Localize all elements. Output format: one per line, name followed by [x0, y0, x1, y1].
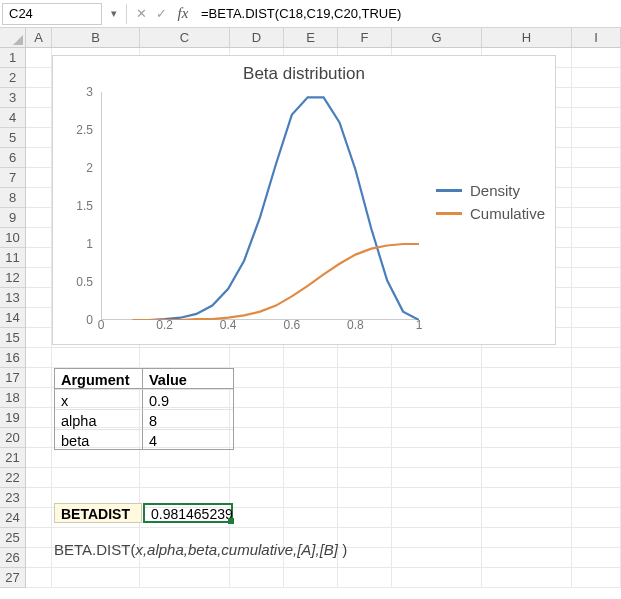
- row-header-12[interactable]: 12: [0, 268, 25, 288]
- row-header-23[interactable]: 23: [0, 488, 25, 508]
- cell-D21[interactable]: [230, 448, 284, 468]
- cell-D17[interactable]: [230, 368, 284, 388]
- cell-I1[interactable]: [572, 48, 621, 68]
- row-header-6[interactable]: 6: [0, 148, 25, 168]
- cell-H21[interactable]: [482, 448, 572, 468]
- cell-H19[interactable]: [482, 408, 572, 428]
- cell-E20[interactable]: [284, 428, 338, 448]
- cell-D22[interactable]: [230, 468, 284, 488]
- cell-E16[interactable]: [284, 348, 338, 368]
- cell-B21[interactable]: [52, 448, 140, 468]
- cell-H17[interactable]: [482, 368, 572, 388]
- cell-G26[interactable]: [392, 548, 482, 568]
- cell-I8[interactable]: [572, 188, 621, 208]
- cell-D27[interactable]: [230, 568, 284, 588]
- cell-I9[interactable]: [572, 208, 621, 228]
- cell-A14[interactable]: [26, 308, 52, 328]
- column-header-D[interactable]: D: [230, 28, 284, 47]
- cell-F22[interactable]: [338, 468, 392, 488]
- result-cell-selected[interactable]: 0.981465239: [143, 503, 233, 523]
- cell-G24[interactable]: [392, 508, 482, 528]
- cell-C27[interactable]: [140, 568, 230, 588]
- column-header-I[interactable]: I: [572, 28, 621, 47]
- cell-I15[interactable]: [572, 328, 621, 348]
- cell-G19[interactable]: [392, 408, 482, 428]
- cell-A24[interactable]: [26, 508, 52, 528]
- cell-E21[interactable]: [284, 448, 338, 468]
- cell-G20[interactable]: [392, 428, 482, 448]
- cell-A7[interactable]: [26, 168, 52, 188]
- cell-E17[interactable]: [284, 368, 338, 388]
- cell-D23[interactable]: [230, 488, 284, 508]
- row-header-19[interactable]: 19: [0, 408, 25, 428]
- cell-C16[interactable]: [140, 348, 230, 368]
- cell-I2[interactable]: [572, 68, 621, 88]
- column-header-B[interactable]: B: [52, 28, 140, 47]
- cell-D19[interactable]: [230, 408, 284, 428]
- cell-G18[interactable]: [392, 388, 482, 408]
- cell-A10[interactable]: [26, 228, 52, 248]
- cell-I13[interactable]: [572, 288, 621, 308]
- cell-F18[interactable]: [338, 388, 392, 408]
- row-header-15[interactable]: 15: [0, 328, 25, 348]
- cell-H27[interactable]: [482, 568, 572, 588]
- cell-I10[interactable]: [572, 228, 621, 248]
- row-header-14[interactable]: 14: [0, 308, 25, 328]
- row-header-2[interactable]: 2: [0, 68, 25, 88]
- cell-E24[interactable]: [284, 508, 338, 528]
- cell-F19[interactable]: [338, 408, 392, 428]
- cell-G27[interactable]: [392, 568, 482, 588]
- name-box-dropdown-icon[interactable]: ▾: [106, 7, 122, 20]
- column-header-A[interactable]: A: [26, 28, 52, 47]
- cell-A1[interactable]: [26, 48, 52, 68]
- row-header-21[interactable]: 21: [0, 448, 25, 468]
- cell-I23[interactable]: [572, 488, 621, 508]
- cell-A20[interactable]: [26, 428, 52, 448]
- row-header-10[interactable]: 10: [0, 228, 25, 248]
- cell-I20[interactable]: [572, 428, 621, 448]
- cell-A8[interactable]: [26, 188, 52, 208]
- row-header-5[interactable]: 5: [0, 128, 25, 148]
- cell-G22[interactable]: [392, 468, 482, 488]
- row-header-22[interactable]: 22: [0, 468, 25, 488]
- cell-C21[interactable]: [140, 448, 230, 468]
- cell-B16[interactable]: [52, 348, 140, 368]
- column-header-F[interactable]: F: [338, 28, 392, 47]
- row-header-20[interactable]: 20: [0, 428, 25, 448]
- cell-I18[interactable]: [572, 388, 621, 408]
- cell-I17[interactable]: [572, 368, 621, 388]
- cell-G21[interactable]: [392, 448, 482, 468]
- cell-A9[interactable]: [26, 208, 52, 228]
- fx-icon[interactable]: fx: [171, 5, 195, 22]
- cell-A27[interactable]: [26, 568, 52, 588]
- cell-E23[interactable]: [284, 488, 338, 508]
- cell-D16[interactable]: [230, 348, 284, 368]
- cell-A16[interactable]: [26, 348, 52, 368]
- row-header-1[interactable]: 1: [0, 48, 25, 68]
- cell-E27[interactable]: [284, 568, 338, 588]
- cell-E18[interactable]: [284, 388, 338, 408]
- column-header-E[interactable]: E: [284, 28, 338, 47]
- cell-H26[interactable]: [482, 548, 572, 568]
- cell-I6[interactable]: [572, 148, 621, 168]
- row-header-7[interactable]: 7: [0, 168, 25, 188]
- cell-A18[interactable]: [26, 388, 52, 408]
- cell-I26[interactable]: [572, 548, 621, 568]
- cell-B27[interactable]: [52, 568, 140, 588]
- cell-A6[interactable]: [26, 148, 52, 168]
- cell-I22[interactable]: [572, 468, 621, 488]
- cell-D20[interactable]: [230, 428, 284, 448]
- column-header-H[interactable]: H: [482, 28, 572, 47]
- cell-I7[interactable]: [572, 168, 621, 188]
- row-header-16[interactable]: 16: [0, 348, 25, 368]
- cell-H18[interactable]: [482, 388, 572, 408]
- cell-G23[interactable]: [392, 488, 482, 508]
- cell-I11[interactable]: [572, 248, 621, 268]
- formula-input[interactable]: =BETA.DIST(C18,C19,C20,TRUE): [195, 6, 621, 21]
- cell-I14[interactable]: [572, 308, 621, 328]
- row-header-11[interactable]: 11: [0, 248, 25, 268]
- row-header-3[interactable]: 3: [0, 88, 25, 108]
- cell-G16[interactable]: [392, 348, 482, 368]
- cell-I4[interactable]: [572, 108, 621, 128]
- cell-H23[interactable]: [482, 488, 572, 508]
